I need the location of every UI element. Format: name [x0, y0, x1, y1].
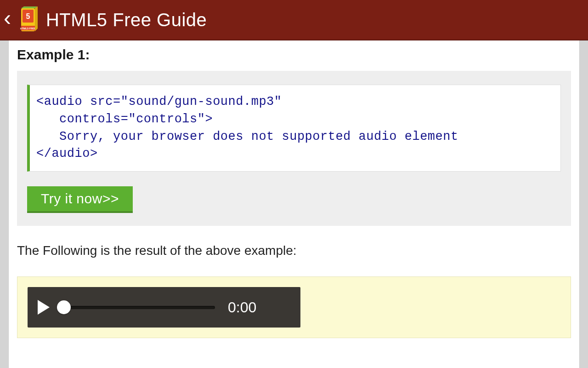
code-text: <audio src="sound/gun-sound.mp3" control… [36, 93, 553, 163]
seek-thumb[interactable] [57, 300, 71, 314]
back-button[interactable]: ‹ [4, 7, 13, 33]
play-button[interactable] [37, 299, 51, 316]
code-box: <audio src="sound/gun-sound.mp3" control… [27, 85, 561, 172]
app-header: ‹ 5 HTML5 FREE HTML5 Free Guide [0, 0, 588, 40]
audio-seek-slider[interactable] [59, 304, 215, 310]
try-it-button[interactable]: Try it now>> [27, 186, 133, 213]
code-section: <audio src="sound/gun-sound.mp3" control… [17, 71, 571, 226]
time-label: 0:00 [228, 299, 256, 316]
example-heading: Example 1: [17, 47, 571, 63]
seek-track [59, 306, 215, 309]
app-title: HTML5 Free Guide [46, 10, 207, 30]
content-area: Example 1: <audio src="sound/gun-sound.m… [8, 40, 580, 368]
svg-text:5: 5 [26, 12, 30, 20]
result-intro-text: The Following is the result of the above… [17, 243, 571, 258]
app-logo-icon: 5 HTML5 FREE [15, 6, 41, 33]
svg-text:HTML5 FREE: HTML5 FREE [20, 27, 36, 30]
svg-marker-5 [38, 300, 50, 315]
result-box: 0:00 [17, 276, 571, 338]
audio-player: 0:00 [28, 287, 300, 328]
